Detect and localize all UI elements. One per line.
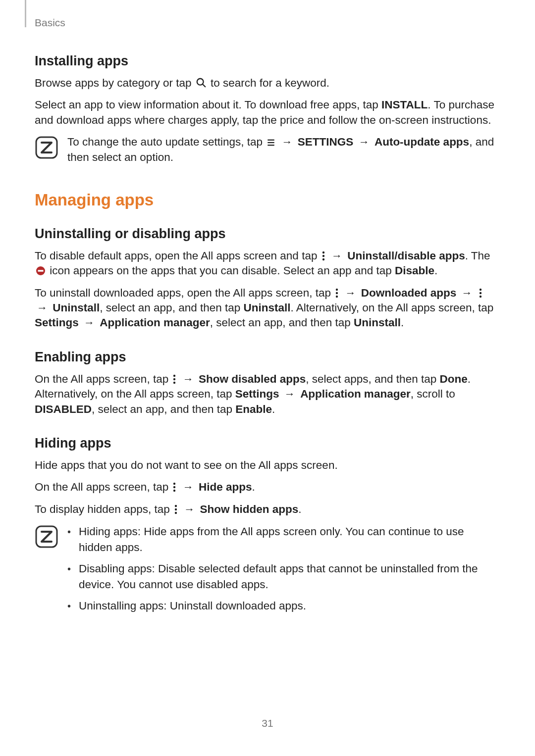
label-uninstall: Uninstall <box>53 302 100 314</box>
more-icon <box>172 374 176 384</box>
text: On the All apps screen, tap <box>35 481 171 493</box>
text: Select an app to view information about … <box>35 99 381 111</box>
text: Browse apps by category or tap <box>35 77 195 89</box>
text: , scroll to <box>411 388 455 400</box>
label-downloaded-apps: Downloaded apps <box>361 287 457 299</box>
svg-line-1 <box>202 84 205 87</box>
note-hiding-bullets: • Hiding apps: Hide apps from the All ap… <box>35 524 500 620</box>
label-done: Done <box>439 373 467 385</box>
header-divider <box>25 0 26 27</box>
heading-hiding-apps: Hiding apps <box>35 436 500 451</box>
page-content: Installing apps Browse apps by category … <box>35 0 500 620</box>
svg-point-6 <box>322 252 324 253</box>
svg-point-12 <box>336 292 338 294</box>
arrow-icon: → <box>357 135 372 150</box>
label-uninstall: Uninstall <box>354 316 401 329</box>
svg-point-25 <box>175 511 177 513</box>
svg-point-22 <box>173 490 175 492</box>
arrow-icon: → <box>459 286 474 301</box>
label-auto-update: Auto-update apps <box>374 136 469 148</box>
bullet-text: Disabling apps: Disable selected default… <box>79 561 500 592</box>
paragraph-disable-default: To disable default apps, open the All ap… <box>35 249 500 279</box>
bullet-text: Uninstalling apps: Uninstall downloaded … <box>79 598 306 614</box>
text: , select an app, and then tap <box>92 403 235 415</box>
text: to search for a keyword. <box>208 77 329 89</box>
arrow-icon: → <box>181 372 196 387</box>
text: . The <box>465 250 490 262</box>
text: . <box>252 481 255 493</box>
text: . <box>434 264 437 277</box>
paragraph-enabling: On the All apps screen, tap → Show disab… <box>35 372 500 417</box>
label-show-hidden: Show hidden apps <box>200 503 298 515</box>
menu-icon <box>267 138 275 147</box>
heading-enabling-apps: Enabling apps <box>35 350 500 365</box>
more-icon <box>321 251 325 261</box>
more-icon <box>172 482 176 492</box>
text: . <box>401 316 404 329</box>
arrow-icon: → <box>280 135 295 150</box>
text: , select an app, and then tap <box>210 316 354 329</box>
search-icon <box>196 77 207 88</box>
list-item: • Disabling apps: Disable selected defau… <box>67 561 500 592</box>
svg-point-8 <box>322 258 324 260</box>
svg-point-23 <box>175 504 177 506</box>
label-disabled: DISABLED <box>35 403 92 415</box>
paragraph-uninstall-downloaded: To uninstall downloaded apps, open the A… <box>35 286 500 331</box>
text: On the All apps screen, tap <box>35 373 171 385</box>
more-icon <box>335 288 339 298</box>
label-settings: Settings <box>35 316 79 329</box>
heading-installing-apps: Installing apps <box>35 53 500 69</box>
paragraph-browse: Browse apps by category or tap to search… <box>35 76 500 91</box>
text: . <box>272 403 275 415</box>
paragraph-hide-apps: On the All apps screen, tap → Hide apps. <box>35 480 500 495</box>
arrow-icon: → <box>182 502 197 517</box>
svg-point-21 <box>173 486 175 488</box>
svg-point-20 <box>173 483 175 485</box>
arrow-icon: → <box>343 286 358 301</box>
arrow-icon: → <box>181 480 196 495</box>
bullet-text: Hiding apps: Hide apps from the All apps… <box>79 524 500 555</box>
label-settings: SETTINGS <box>298 136 354 148</box>
label-hide-apps: Hide apps <box>199 481 252 493</box>
text: icon appears on the apps that you can di… <box>47 264 395 277</box>
text: , select an app, and then tap <box>100 302 243 314</box>
arrow-icon: → <box>35 301 50 315</box>
paragraph-show-hidden: To display hidden apps, tap → Show hidde… <box>35 502 500 517</box>
breadcrumb: Basics <box>35 17 65 29</box>
text: To display hidden apps, tap <box>35 503 173 515</box>
disable-badge-icon <box>36 266 46 276</box>
bullet-icon: • <box>67 524 71 555</box>
label-install: INSTALL <box>381 99 428 111</box>
svg-point-15 <box>480 292 482 294</box>
more-icon <box>174 504 178 514</box>
text: To disable default apps, open the All ap… <box>35 250 321 262</box>
note-bullet-container: • Hiding apps: Hide apps from the All ap… <box>67 524 500 620</box>
svg-point-16 <box>480 295 482 297</box>
label-settings: Settings <box>235 388 279 400</box>
text: To uninstall downloaded apps, open the A… <box>35 287 334 299</box>
document-page: Basics Installing apps Browse apps by ca… <box>0 0 535 756</box>
svg-point-19 <box>173 382 175 384</box>
svg-point-24 <box>175 508 177 510</box>
svg-point-14 <box>480 288 482 290</box>
note-text: To change the auto update settings, tap … <box>67 135 500 165</box>
label-application-manager: Application manager <box>300 388 411 400</box>
arrow-icon: → <box>282 387 297 402</box>
label-disable: Disable <box>395 264 434 277</box>
arrow-icon: → <box>329 249 344 263</box>
svg-rect-10 <box>38 270 44 272</box>
heading-managing-apps: Managing apps <box>35 191 500 209</box>
label-enable: Enable <box>235 403 272 415</box>
text: . <box>298 503 301 515</box>
label-uninstall-disable: Uninstall/disable apps <box>347 250 465 262</box>
text: . Alternatively, on the All apps screen,… <box>291 302 494 314</box>
arrow-icon: → <box>82 315 97 330</box>
svg-point-18 <box>173 378 175 380</box>
label-uninstall: Uninstall <box>244 302 291 314</box>
list-item: • Uninstalling apps: Uninstall downloade… <box>67 598 500 614</box>
heading-uninstalling: Uninstalling or disabling apps <box>35 226 500 242</box>
label-application-manager: Application manager <box>100 316 210 329</box>
paragraph-hiding-intro: Hide apps that you do not want to see on… <box>35 458 500 473</box>
note-icon <box>35 524 58 551</box>
list-item: • Hiding apps: Hide apps from the All ap… <box>67 524 500 555</box>
